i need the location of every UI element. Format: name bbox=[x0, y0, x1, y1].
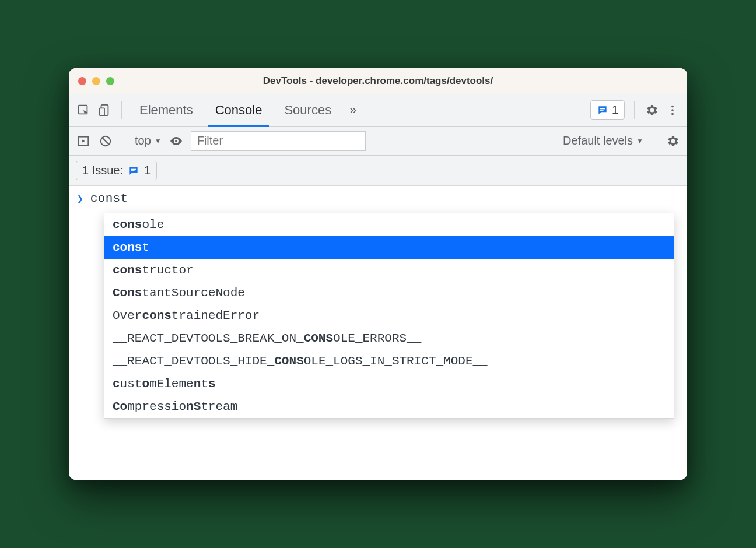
svg-point-10 bbox=[175, 140, 177, 142]
main-toolbar: Elements Console Sources » 1 bbox=[69, 94, 687, 127]
autocomplete-item[interactable]: console bbox=[104, 213, 674, 236]
window-title: DevTools - developer.chrome.com/tags/dev… bbox=[69, 75, 687, 87]
console-toolbar: top ▼ Default levels ▼ bbox=[69, 127, 687, 156]
separator bbox=[654, 132, 654, 150]
svg-rect-3 bbox=[600, 108, 605, 109]
issues-count: 1 bbox=[612, 103, 618, 117]
svg-rect-12 bbox=[131, 170, 135, 171]
svg-point-7 bbox=[671, 113, 674, 115]
svg-point-5 bbox=[671, 105, 674, 107]
inspect-element-icon[interactable] bbox=[76, 103, 91, 118]
speech-bubble-icon bbox=[128, 165, 139, 177]
issues-row: 1 Issue: 1 bbox=[69, 156, 687, 186]
autocomplete-item[interactable]: const bbox=[104, 236, 674, 259]
tab-sources[interactable]: Sources bbox=[276, 94, 340, 126]
kebab-menu-icon[interactable] bbox=[665, 103, 680, 118]
context-label: top bbox=[135, 134, 151, 147]
autocomplete-item[interactable]: CompressionStream bbox=[104, 395, 674, 418]
devtools-window: DevTools - developer.chrome.com/tags/dev… bbox=[69, 68, 687, 480]
chevron-down-icon: ▼ bbox=[155, 137, 162, 145]
autocomplete-popup: consoleconstconstructorConstantSourceNod… bbox=[104, 213, 674, 419]
settings-icon[interactable] bbox=[644, 103, 659, 118]
show-drawer-icon[interactable] bbox=[76, 134, 91, 149]
clear-console-icon[interactable] bbox=[98, 134, 113, 149]
speech-bubble-icon bbox=[597, 104, 608, 116]
autocomplete-item[interactable]: ConstantSourceNode bbox=[104, 282, 674, 304]
separator bbox=[121, 101, 122, 119]
console-prompt[interactable]: ❯ const bbox=[69, 186, 687, 211]
issues-badge-button[interactable]: 1 bbox=[590, 100, 625, 120]
live-expression-icon[interactable] bbox=[169, 134, 184, 149]
svg-rect-2 bbox=[100, 108, 104, 115]
window-minimize-button[interactable] bbox=[92, 77, 100, 85]
console-settings-icon[interactable] bbox=[665, 134, 680, 149]
prompt-chevron-icon: ❯ bbox=[77, 192, 83, 205]
console-body: ❯ const consoleconstconstructorConstantS… bbox=[69, 186, 687, 480]
filter-input[interactable] bbox=[191, 131, 366, 151]
window-close-button[interactable] bbox=[78, 77, 86, 85]
device-toolbar-icon[interactable] bbox=[97, 103, 112, 118]
titlebar: DevTools - developer.chrome.com/tags/dev… bbox=[69, 68, 687, 94]
window-maximize-button[interactable] bbox=[106, 77, 114, 85]
chevron-down-icon: ▼ bbox=[636, 137, 643, 145]
tab-elements[interactable]: Elements bbox=[131, 94, 201, 126]
issues-pill[interactable]: 1 Issue: 1 bbox=[76, 161, 157, 180]
tab-console[interactable]: Console bbox=[207, 94, 271, 126]
autocomplete-item[interactable]: OverconstrainedError bbox=[104, 304, 674, 327]
svg-rect-4 bbox=[600, 110, 604, 111]
autocomplete-item[interactable]: __REACT_DEVTOOLS_BREAK_ON_CONSOLE_ERRORS… bbox=[104, 327, 674, 350]
context-select[interactable]: top ▼ bbox=[135, 134, 162, 147]
svg-point-6 bbox=[671, 109, 674, 111]
traffic-lights bbox=[78, 77, 114, 85]
levels-label: Default levels bbox=[563, 134, 633, 147]
separator bbox=[124, 132, 124, 150]
separator bbox=[634, 101, 635, 119]
autocomplete-item[interactable]: __REACT_DEVTOOLS_HIDE_CONSOLE_LOGS_IN_ST… bbox=[104, 350, 674, 373]
issues-count: 1 bbox=[144, 164, 150, 177]
issues-label: 1 Issue: bbox=[82, 164, 123, 177]
typed-input: const bbox=[90, 192, 128, 205]
autocomplete-item[interactable]: customElements bbox=[104, 373, 674, 395]
log-levels-select[interactable]: Default levels ▼ bbox=[563, 134, 643, 147]
svg-rect-11 bbox=[131, 168, 136, 170]
more-tabs-icon[interactable]: » bbox=[345, 103, 360, 118]
autocomplete-item[interactable]: constructor bbox=[104, 259, 674, 282]
